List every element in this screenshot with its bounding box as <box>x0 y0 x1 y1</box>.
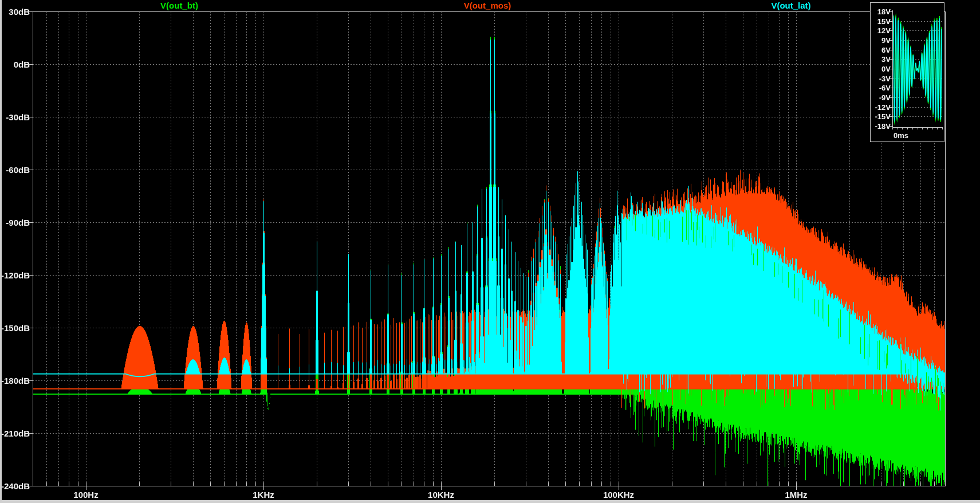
x-axis-tick-label: 10KHz <box>428 490 454 499</box>
inset-y-tick-label: 18V <box>871 8 891 15</box>
y-axis-tick-label: -210dB <box>0 429 30 438</box>
inset-y-tick-label: -9V <box>871 94 891 101</box>
trace-label-Vout_mos: V(out_mos) <box>464 1 511 10</box>
inset-y-tick-label: -12V <box>871 104 891 111</box>
y-axis-tick-label: -60dB <box>0 166 30 174</box>
inset-y-tick-label: 3V <box>871 56 891 63</box>
window-frame-left <box>0 0 2 503</box>
y-axis-tick-label: -240dB <box>0 482 30 490</box>
trace-label-Vout_lat: V(out_lat) <box>771 1 810 10</box>
y-axis-tick-label: -90dB <box>0 218 30 227</box>
trace-label-Vout_bt: V(out_bt) <box>160 1 198 10</box>
ltspice-waveform-window: 30dB0dB-30dB-60dB-90dB-120dB-150dB-180dB… <box>0 0 980 503</box>
y-axis-tick-label: -180dB <box>0 376 30 385</box>
window-frame-bottom <box>0 500 980 503</box>
inset-y-tick-label: 15V <box>871 18 891 25</box>
inset-y-tick-label: -15V <box>871 113 891 120</box>
inset-y-tick-label: -18V <box>871 123 891 130</box>
y-axis-tick-label: -150dB <box>0 324 30 332</box>
y-axis-tick-label: 0dB <box>0 60 30 69</box>
x-axis-tick-label: 100KHz <box>603 490 634 499</box>
x-axis-tick-label: 1MHz <box>785 490 807 499</box>
inset-y-tick-label: 6V <box>871 46 891 54</box>
inset-y-tick-label: 0V <box>871 65 891 73</box>
inset-y-tick-label: 12V <box>871 27 891 34</box>
y-axis-tick-label: 30dB <box>0 7 30 16</box>
inset-y-tick-label: 9V <box>871 37 891 44</box>
x-axis-tick-label: 100Hz <box>73 490 98 499</box>
inset-x-tick-label: 0ms <box>894 132 916 139</box>
fft-plot-area[interactable] <box>33 11 945 486</box>
y-axis-tick-label: -120dB <box>0 271 30 280</box>
y-axis-tick-label: -30dB <box>0 113 30 121</box>
inset-y-tick-label: -3V <box>871 75 891 82</box>
x-axis-tick-label: 1KHz <box>253 490 274 499</box>
inset-y-tick-label: -6V <box>871 84 891 92</box>
